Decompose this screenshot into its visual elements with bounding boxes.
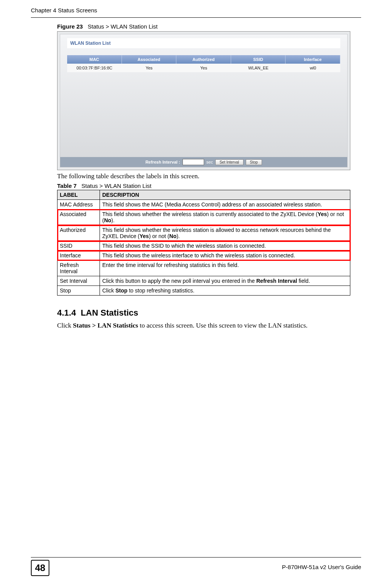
row-desc: This field shows whether the wireless st…: [100, 210, 350, 225]
row-label: SSID: [57, 241, 100, 251]
cell-interface: wl0: [286, 64, 340, 72]
table-header-row: LABEL DESCRIPTION: [57, 190, 350, 200]
chapter-title: Chapter 4 Status Screens: [31, 7, 97, 14]
row-label: MAC Address: [57, 200, 100, 210]
screenshot-table-row: 00:03:7F:BF:16:8C Yes Yes WLAN_EE wl0: [67, 64, 340, 72]
row-desc: This field shows whether the wireless st…: [100, 225, 350, 241]
row-label: Associated: [57, 210, 100, 225]
screenshot-table-header: MAC Associated Authorized SSID Interface: [67, 55, 340, 64]
description-table: LABEL DESCRIPTION MAC Address This field…: [57, 190, 350, 296]
screenshot-footer: Refresh Interval : sec Set Interval Stop: [60, 157, 347, 167]
col-authorized: Authorized: [176, 55, 231, 64]
col-ssid: SSID: [231, 55, 286, 64]
guide-name: P-870HW-51a v2 User's Guide: [282, 564, 361, 570]
content-area: Figure 23 Status > WLAN Station List WLA…: [57, 23, 350, 329]
row-desc: Enter the time interval for refreshing s…: [100, 260, 350, 276]
table-row: Refresh Interval Enter the time interval…: [57, 260, 350, 276]
row-desc: This field shows the SSID to which the w…: [100, 241, 350, 251]
row-desc: Click this button to apply the new poll …: [100, 276, 350, 286]
table-row: SSID This field shows the SSID to which …: [57, 241, 350, 251]
col-associated: Associated: [122, 55, 177, 64]
refresh-interval-label: Refresh Interval :: [145, 160, 180, 164]
table-title: Status > WLAN Station List: [81, 182, 151, 189]
page-header: Chapter 4 Status Screens: [31, 7, 361, 18]
table-row: Set Interval Click this button to apply …: [57, 276, 350, 286]
set-interval-button[interactable]: Set Interval: [215, 159, 243, 165]
cell-associated: Yes: [122, 64, 177, 72]
row-desc: This field shows the wireless interface …: [100, 251, 350, 260]
page: Chapter 4 Status Screens Figure 23 Statu…: [0, 0, 392, 588]
row-desc: This field shows the MAC (Media Access C…: [100, 200, 350, 210]
th-label: LABEL: [57, 190, 100, 200]
refresh-interval-input[interactable]: [182, 159, 204, 165]
row-desc: Click Stop to stop refreshing statistics…: [100, 286, 350, 296]
row-label: Stop: [57, 286, 100, 296]
th-desc: DESCRIPTION: [100, 190, 350, 200]
table-row: Interface This field shows the wireless …: [57, 251, 350, 260]
page-number: 48: [31, 560, 49, 576]
table-row: Authorized This field shows whether the …: [57, 225, 350, 241]
section-heading: 4.1.4 LAN Statistics: [57, 308, 350, 318]
col-mac: MAC: [67, 55, 122, 64]
row-label: Authorized: [57, 225, 100, 241]
table-row: Stop Click Stop to stop refreshing stati…: [57, 286, 350, 296]
figure-label: Figure 23: [57, 23, 83, 30]
cell-ssid: WLAN_EE: [231, 64, 286, 72]
col-interface: Interface: [286, 55, 340, 64]
row-label: Refresh Interval: [57, 260, 100, 276]
table-row: MAC Address This field shows the MAC (Me…: [57, 200, 350, 210]
cell-authorized: Yes: [176, 64, 231, 72]
lead-text: The following table describes the labels…: [57, 172, 350, 180]
section-body: Click Status > LAN Statistics to access …: [57, 322, 350, 329]
row-label: Interface: [57, 251, 100, 260]
row-label: Set Interval: [57, 276, 100, 286]
figure-caption: Figure 23 Status > WLAN Station List: [57, 23, 350, 30]
refresh-interval-unit: sec: [206, 160, 213, 164]
figure-title: Status > WLAN Station List: [88, 23, 157, 30]
table-caption: Table 7 Status > WLAN Station List: [57, 182, 350, 189]
section-title: LAN Statistics: [81, 308, 138, 318]
table-row: Associated This field shows whether the …: [57, 210, 350, 225]
section-number: 4.1.4: [57, 308, 76, 318]
screenshot-title-bar: WLAN Station List: [67, 38, 340, 48]
screenshot: WLAN Station List MAC Associated Authori…: [57, 31, 350, 170]
cell-mac: 00:03:7F:BF:16:8C: [67, 64, 122, 72]
table-label: Table 7: [57, 182, 77, 189]
stop-button[interactable]: Stop: [246, 159, 262, 165]
screenshot-panel-title: WLAN Station List: [67, 38, 340, 48]
screenshot-body: WLAN Station List MAC Associated Authori…: [60, 34, 348, 167]
page-footer: 48 P-870HW-51a v2 User's Guide: [31, 557, 361, 577]
